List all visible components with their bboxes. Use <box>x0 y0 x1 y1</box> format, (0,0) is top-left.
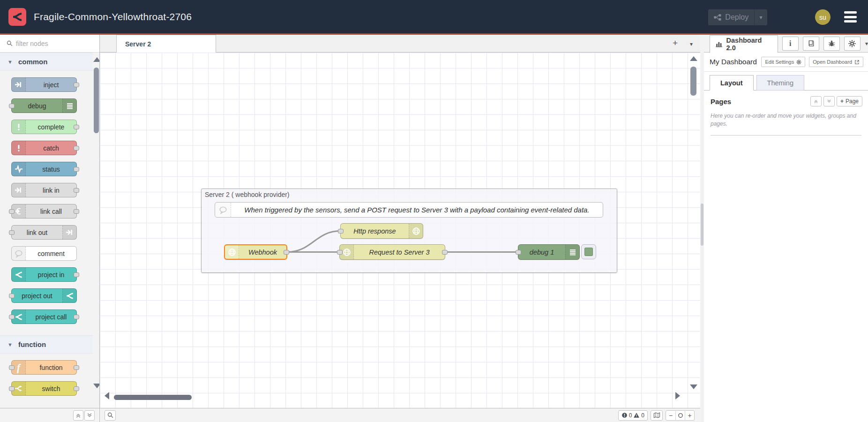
move-page-down-button[interactable] <box>823 96 835 106</box>
node-port-out[interactable] <box>284 250 289 255</box>
add-flow-icon[interactable]: + <box>673 38 678 48</box>
node-port-out[interactable] <box>442 250 448 255</box>
help-tab-button[interactable] <box>803 37 819 51</box>
node-port-in[interactable] <box>9 104 15 108</box>
flow-list-caret-icon[interactable]: ▾ <box>690 41 693 47</box>
main-menu-icon[interactable] <box>844 11 857 23</box>
page-scrollbar-thumb[interactable] <box>701 203 703 246</box>
debug-toggle-button[interactable] <box>581 244 596 259</box>
node-port-out[interactable] <box>74 188 79 193</box>
palette-node-link-out[interactable]: link out <box>11 225 77 240</box>
palette-node-catch[interactable]: catch <box>11 141 77 155</box>
palette-scrollbar[interactable] <box>93 53 99 408</box>
sidebar-tabbar: Dashboard 2.0 i ▾ <box>704 35 868 53</box>
main-area: filter nodes ▼ common inject debug compl… <box>0 35 868 422</box>
node-port-out[interactable] <box>74 146 79 151</box>
zoom-in-button[interactable]: + <box>685 410 694 421</box>
palette-node-project-in[interactable]: project in <box>11 267 77 282</box>
flow-node-http-response[interactable]: Http response <box>340 223 423 239</box>
flow-status-counts[interactable]: 0 0 <box>618 410 648 421</box>
sidebar-splitter[interactable] <box>700 35 704 422</box>
palette-node-switch[interactable]: switch <box>11 381 77 396</box>
palette-node-status[interactable]: status <box>11 162 77 176</box>
chevron-down-icon: ▼ <box>7 342 13 347</box>
node-port-in[interactable] <box>338 229 344 234</box>
node-port-in[interactable] <box>9 294 15 298</box>
palette-category-function[interactable]: ▼ function <box>0 335 93 354</box>
tab-layout[interactable]: Layout <box>710 75 754 90</box>
error-count: 0 <box>629 412 632 419</box>
palette-category-common[interactable]: ▼ common <box>0 53 93 71</box>
node-port-out[interactable] <box>74 386 79 391</box>
node-port-out[interactable] <box>74 272 79 277</box>
palette-node-inject[interactable]: inject <box>11 77 77 92</box>
flow-node-webhook[interactable]: Webhook <box>224 244 287 260</box>
palette-node-complete[interactable]: complete <box>11 120 77 134</box>
flow-node-request-to-server-3[interactable]: Request to Server 3 <box>339 244 445 260</box>
info-tab-button[interactable]: i <box>782 37 799 51</box>
plus-icon: + <box>840 98 844 105</box>
wire-webhook-to-http-response[interactable] <box>287 231 340 252</box>
canvas-search-button[interactable] <box>105 410 116 421</box>
comment-text: When triggered by the sensors, send a PO… <box>235 203 599 217</box>
node-port-out[interactable] <box>74 209 79 214</box>
tab-dashboard-2[interactable]: Dashboard 2.0 <box>710 35 778 53</box>
bar-chart-icon <box>716 40 723 47</box>
palette-scroll-up-icon[interactable] <box>93 57 99 62</box>
palette-node-link-in[interactable]: link in <box>11 183 77 197</box>
canvas-footer: 0 0 − + <box>100 408 700 422</box>
dashboard-title: My Dashboard <box>710 58 757 66</box>
flow-canvas[interactable]: Server 2 ( webhook provider) When trigge… <box>100 53 700 408</box>
external-link-icon <box>854 60 860 65</box>
palette-node-project-out[interactable]: project out <box>11 288 77 303</box>
tab-theming[interactable]: Theming <box>756 75 804 90</box>
palette-scroll-down-icon[interactable] <box>93 384 99 388</box>
node-port-out[interactable] <box>74 125 79 129</box>
node-port-in[interactable] <box>9 209 15 214</box>
palette-node-comment[interactable]: comment <box>11 246 77 261</box>
node-port-in[interactable] <box>9 230 15 235</box>
node-red-logo-icon <box>8 8 26 26</box>
palette: filter nodes ▼ common inject debug compl… <box>0 35 100 422</box>
palette-node-function[interactable]: f function <box>11 360 77 375</box>
edit-settings-button[interactable]: Edit Settings <box>761 57 805 67</box>
navigator-toggle-button[interactable] <box>651 410 663 421</box>
node-port-in[interactable] <box>9 315 15 319</box>
chevron-down-icon: ▼ <box>7 59 13 65</box>
move-page-up-button[interactable] <box>810 96 822 106</box>
add-page-button[interactable]: +Page <box>837 96 862 106</box>
node-port-in[interactable] <box>516 250 521 255</box>
node-port-out[interactable] <box>74 365 79 370</box>
node-port-in[interactable] <box>337 250 343 255</box>
debug-tab-button[interactable] <box>823 37 840 51</box>
node-port-out[interactable] <box>74 167 79 172</box>
debug-list-icon <box>565 245 579 259</box>
palette-node-project-call[interactable]: project call <box>11 309 77 324</box>
palette-search-input[interactable]: filter nodes <box>0 35 99 53</box>
sidebar-tab-label: Dashboard 2.0 <box>726 37 772 52</box>
tab-server-2[interactable]: Server 2 <box>116 35 216 53</box>
palette-scrollbar-thumb[interactable] <box>94 68 99 133</box>
sidebar-tabs-caret-icon[interactable]: ▾ <box>865 40 868 47</box>
flow-node-debug-1[interactable]: debug 1 <box>518 244 580 260</box>
flow-comment-node[interactable]: When triggered by the sensors, send a PO… <box>215 202 603 218</box>
zoom-reset-button[interactable] <box>675 410 685 421</box>
deploy-caret-icon[interactable]: ▾ <box>755 14 767 21</box>
config-tab-button[interactable] <box>844 37 861 51</box>
user-avatar[interactable]: su <box>815 9 831 25</box>
palette-node-debug[interactable]: debug <box>11 98 77 113</box>
palette-expand-all-button[interactable] <box>84 410 95 421</box>
palette-collapse-all-button[interactable] <box>73 410 83 421</box>
node-port-out[interactable] <box>74 83 79 87</box>
node-port-out[interactable] <box>74 315 79 319</box>
deploy-button[interactable]: Deploy ▾ <box>708 9 767 25</box>
node-port-in[interactable] <box>9 365 15 370</box>
workspace-column: Server 2 + ▾ Server 2 ( webhook provider… <box>100 35 700 422</box>
open-dashboard-button[interactable]: Open Dashboard <box>809 57 863 67</box>
zoom-out-button[interactable]: − <box>666 410 675 421</box>
bug-icon <box>828 40 835 47</box>
pages-title: Pages <box>711 98 810 106</box>
node-port-in[interactable] <box>9 386 15 391</box>
workspace-tabbar: Server 2 + ▾ <box>100 35 700 53</box>
palette-node-link-call[interactable]: link call <box>11 204 77 219</box>
